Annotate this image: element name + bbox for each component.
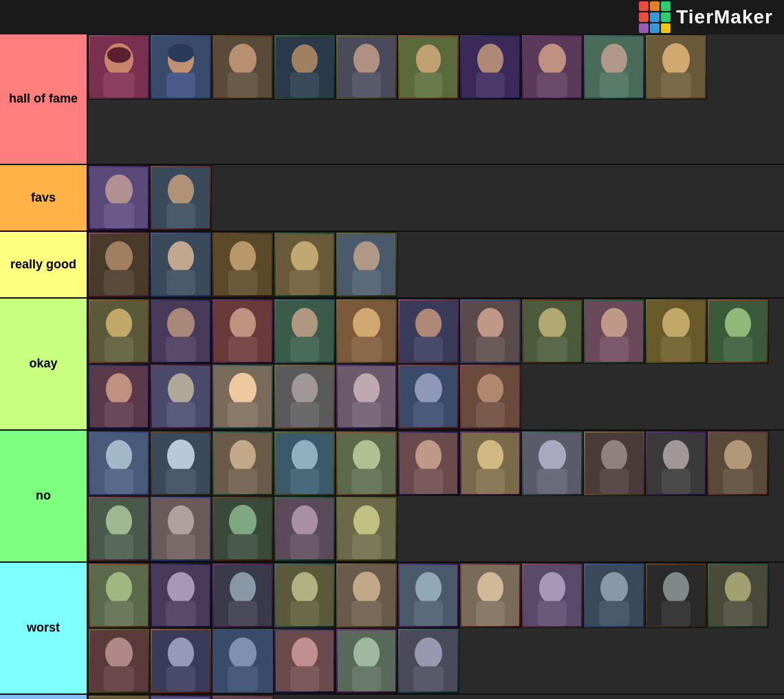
list-item: [274, 431, 336, 496]
logo-cell-8: [650, 23, 660, 33]
svg-rect-106: [476, 402, 505, 427]
svg-point-48: [291, 241, 318, 273]
svg-rect-34: [104, 204, 134, 228]
list-item: [88, 563, 150, 628]
logo-cell-7: [639, 23, 649, 33]
svg-point-102: [415, 374, 442, 405]
svg-rect-43: [166, 270, 195, 295]
svg-rect-67: [351, 337, 382, 362]
svg-rect-127: [476, 469, 505, 494]
svg-rect-46: [228, 270, 257, 295]
svg-point-15: [353, 44, 380, 76]
list-item: [583, 563, 645, 628]
svg-rect-157: [105, 601, 133, 626]
list-item: [583, 34, 645, 100]
list-item: [150, 364, 212, 429]
svg-rect-28: [600, 73, 629, 98]
svg-point-7: [168, 44, 194, 63]
svg-rect-100: [352, 402, 381, 427]
svg-point-66: [353, 308, 380, 340]
svg-point-174: [477, 572, 503, 604]
svg-point-126: [477, 440, 503, 472]
svg-point-33: [105, 175, 133, 206]
svg-point-30: [662, 43, 690, 76]
list-item: [212, 496, 274, 561]
svg-point-195: [229, 638, 257, 669]
list-item: [150, 563, 212, 628]
tier-label-favs: favs: [0, 165, 88, 230]
svg-point-108: [106, 440, 132, 472]
header: TierMaker: [0, 0, 784, 34]
tier-row-favs: favs: [0, 165, 784, 232]
list-item: [459, 431, 521, 496]
svg-rect-79: [600, 337, 629, 362]
svg-point-111: [167, 440, 195, 473]
list-item: [150, 165, 212, 230]
tier-images-okay: [88, 299, 784, 429]
svg-point-141: [106, 506, 132, 537]
logo-grid: [639, 1, 671, 33]
svg-rect-16: [352, 73, 381, 98]
list-item: [521, 431, 583, 496]
list-item: [645, 563, 707, 628]
svg-point-186: [725, 572, 751, 604]
svg-rect-178: [538, 601, 567, 626]
list-item: [398, 628, 459, 693]
svg-rect-184: [662, 601, 690, 626]
svg-point-153: [353, 506, 380, 537]
tier-images-favs: [88, 165, 784, 230]
svg-rect-37: [166, 204, 195, 228]
svg-point-150: [292, 506, 318, 537]
list-item: [274, 232, 336, 297]
tier-row-worst: worst: [0, 563, 784, 695]
svg-point-114: [230, 440, 256, 472]
tier-list: hall of fame favs: [0, 34, 784, 699]
svg-rect-88: [105, 402, 133, 427]
svg-rect-91: [166, 402, 195, 427]
list-item: [336, 496, 398, 561]
tier-row-hall-of-fame: hall of fame: [0, 34, 784, 165]
svg-point-42: [168, 241, 194, 273]
svg-point-84: [725, 308, 751, 340]
list-item: [274, 496, 336, 561]
svg-rect-139: [723, 469, 753, 494]
list-item: [398, 431, 459, 496]
svg-rect-154: [352, 535, 381, 559]
svg-rect-82: [661, 337, 691, 362]
svg-rect-55: [105, 337, 133, 362]
list-item: [583, 431, 645, 496]
list-item: [336, 563, 398, 628]
svg-point-165: [292, 572, 318, 604]
tier-images-worst: [88, 563, 784, 693]
svg-point-105: [477, 374, 503, 405]
list-item: [88, 299, 150, 364]
tier-images-no: [88, 431, 784, 561]
svg-rect-133: [600, 469, 629, 494]
svg-point-90: [168, 374, 194, 405]
list-item: [274, 563, 336, 628]
svg-rect-145: [166, 535, 195, 559]
list-item: [274, 299, 336, 364]
list-item: [707, 431, 769, 496]
tier-label-hall-of-fame: hall of fame: [0, 34, 88, 164]
svg-point-24: [538, 44, 566, 76]
list-item: [150, 34, 212, 100]
list-item: [459, 563, 521, 628]
list-item: [150, 431, 212, 496]
logo-cell-3: [661, 1, 671, 11]
svg-point-87: [106, 374, 132, 405]
svg-rect-70: [414, 337, 443, 362]
list-item: [274, 628, 336, 693]
svg-point-171: [415, 572, 442, 604]
tier-images-annoyed: [88, 695, 784, 699]
svg-point-3: [107, 47, 131, 63]
svg-point-54: [106, 309, 132, 339]
list-item: [88, 431, 150, 496]
svg-point-147: [229, 505, 257, 538]
list-item: [88, 628, 150, 693]
list-item: [212, 628, 274, 693]
logo-text: TierMaker: [676, 6, 773, 28]
list-item: [274, 364, 336, 429]
svg-rect-142: [105, 535, 133, 559]
list-item: [88, 165, 150, 230]
